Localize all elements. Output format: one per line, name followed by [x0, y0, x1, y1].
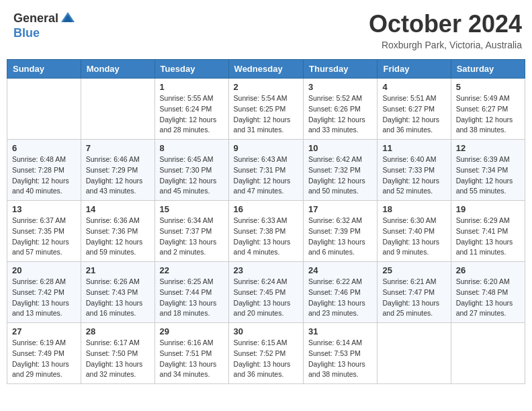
- cell-day-number: 21: [86, 265, 150, 275]
- cell-sunrise: Sunrise: 5:49 AM: [456, 94, 510, 102]
- cell-sunrise: Sunrise: 6:16 AM: [160, 338, 214, 347]
- cell-info: Sunrise: 6:17 AM Sunset: 7:50 PM Dayligh…: [86, 338, 150, 380]
- calendar-cell: 5 Sunrise: 5:49 AM Sunset: 6:27 PM Dayli…: [451, 79, 525, 140]
- calendar-header-row: SundayMondayTuesdayWednesdayThursdayFrid…: [7, 60, 525, 79]
- cell-sunrise: Sunrise: 6:42 AM: [308, 155, 362, 163]
- cell-day-number: 11: [382, 143, 445, 153]
- cell-sunrise: Sunrise: 5:52 AM: [308, 94, 362, 102]
- calendar-cell: 28 Sunrise: 6:17 AM Sunset: 7:50 PM Dayl…: [81, 323, 154, 384]
- cell-sunrise: Sunrise: 6:24 AM: [234, 277, 287, 285]
- cell-sunset: Sunset: 7:34 PM: [456, 166, 508, 174]
- cell-daylight: Daylight: 12 hours and 31 minutes.: [234, 116, 291, 134]
- cell-daylight: Daylight: 12 hours and 52 minutes.: [382, 177, 439, 195]
- cell-sunrise: Sunrise: 6:46 AM: [86, 155, 140, 163]
- cell-day-number: 18: [382, 204, 445, 214]
- cell-sunset: Sunset: 7:45 PM: [234, 288, 286, 296]
- cell-day-number: 10: [308, 143, 372, 153]
- cell-sunrise: Sunrise: 6:17 AM: [86, 338, 140, 347]
- logo-blue-text: Blue: [13, 26, 40, 40]
- cell-sunset: Sunset: 7:40 PM: [382, 227, 435, 235]
- cell-sunrise: Sunrise: 6:43 AM: [234, 155, 287, 163]
- cell-sunrise: Sunrise: 6:19 AM: [12, 338, 66, 347]
- cell-sunset: Sunset: 7:30 PM: [160, 166, 212, 174]
- calendar-cell: [378, 323, 451, 384]
- header: General Blue October 2024 Roxburgh Park,…: [7, 7, 525, 54]
- calendar-day-header: Sunday: [7, 60, 81, 79]
- cell-daylight: Daylight: 12 hours and 57 minutes.: [12, 238, 69, 257]
- logo-general-text: General: [13, 11, 58, 26]
- cell-daylight: Daylight: 13 hours and 16 minutes.: [86, 299, 143, 318]
- cell-day-number: 24: [308, 265, 372, 275]
- cell-info: Sunrise: 6:15 AM Sunset: 7:52 PM Dayligh…: [234, 338, 298, 380]
- cell-info: Sunrise: 5:55 AM Sunset: 6:24 PM Dayligh…: [160, 93, 224, 136]
- calendar-week-row: 1 Sunrise: 5:55 AM Sunset: 6:24 PM Dayli…: [7, 79, 525, 140]
- cell-sunrise: Sunrise: 6:37 AM: [12, 216, 66, 224]
- cell-sunrise: Sunrise: 6:30 AM: [382, 216, 436, 224]
- cell-sunset: Sunset: 7:51 PM: [160, 349, 212, 357]
- cell-info: Sunrise: 6:36 AM Sunset: 7:36 PM Dayligh…: [86, 216, 150, 258]
- cell-sunrise: Sunrise: 6:22 AM: [308, 277, 362, 285]
- cell-day-number: 26: [456, 265, 520, 275]
- calendar-cell: 6 Sunrise: 6:48 AM Sunset: 7:28 PM Dayli…: [7, 140, 81, 201]
- calendar-cell: 14 Sunrise: 6:36 AM Sunset: 7:36 PM Dayl…: [81, 201, 154, 262]
- calendar-cell: 13 Sunrise: 6:37 AM Sunset: 7:35 PM Dayl…: [7, 201, 81, 262]
- cell-daylight: Daylight: 13 hours and 6 minutes.: [308, 238, 365, 257]
- cell-info: Sunrise: 6:48 AM Sunset: 7:28 PM Dayligh…: [12, 154, 76, 197]
- calendar-cell: 8 Sunrise: 6:45 AM Sunset: 7:30 PM Dayli…: [154, 140, 228, 201]
- cell-daylight: Daylight: 13 hours and 9 minutes.: [382, 238, 439, 257]
- cell-sunset: Sunset: 6:27 PM: [456, 105, 508, 113]
- cell-daylight: Daylight: 13 hours and 27 minutes.: [456, 299, 513, 318]
- cell-day-number: 31: [308, 326, 372, 336]
- calendar-cell: 17 Sunrise: 6:32 AM Sunset: 7:39 PM Dayl…: [304, 201, 378, 262]
- calendar-cell: 4 Sunrise: 5:51 AM Sunset: 6:27 PM Dayli…: [378, 79, 451, 140]
- cell-sunset: Sunset: 7:39 PM: [308, 227, 361, 235]
- calendar-cell: 26 Sunrise: 6:20 AM Sunset: 7:48 PM Dayl…: [451, 262, 525, 323]
- cell-sunrise: Sunrise: 5:51 AM: [382, 94, 436, 102]
- cell-daylight: Daylight: 13 hours and 29 minutes.: [12, 360, 69, 379]
- calendar-day-header: Saturday: [451, 60, 525, 79]
- cell-daylight: Daylight: 13 hours and 20 minutes.: [234, 299, 291, 318]
- cell-day-number: 3: [308, 82, 372, 92]
- calendar-day-header: Thursday: [304, 60, 378, 79]
- cell-info: Sunrise: 6:28 AM Sunset: 7:42 PM Dayligh…: [12, 277, 76, 319]
- cell-sunset: Sunset: 7:53 PM: [308, 349, 361, 357]
- cell-daylight: Daylight: 13 hours and 2 minutes.: [160, 238, 217, 257]
- location-title: Roxburgh Park, Victoria, Australia: [369, 40, 522, 50]
- cell-sunset: Sunset: 7:29 PM: [86, 166, 138, 174]
- cell-info: Sunrise: 6:20 AM Sunset: 7:48 PM Dayligh…: [456, 277, 520, 319]
- cell-daylight: Daylight: 12 hours and 47 minutes.: [234, 177, 291, 195]
- calendar-week-row: 27 Sunrise: 6:19 AM Sunset: 7:49 PM Dayl…: [7, 323, 525, 384]
- cell-daylight: Daylight: 13 hours and 34 minutes.: [160, 360, 217, 379]
- cell-daylight: Daylight: 12 hours and 43 minutes.: [86, 177, 143, 195]
- cell-sunrise: Sunrise: 6:45 AM: [160, 155, 214, 163]
- calendar-cell: 1 Sunrise: 5:55 AM Sunset: 6:24 PM Dayli…: [154, 79, 228, 140]
- calendar-cell: 2 Sunrise: 5:54 AM Sunset: 6:25 PM Dayli…: [228, 79, 303, 140]
- calendar-day-header: Tuesday: [154, 60, 228, 79]
- calendar-cell: 29 Sunrise: 6:16 AM Sunset: 7:51 PM Dayl…: [154, 323, 228, 384]
- cell-sunset: Sunset: 7:48 PM: [456, 288, 508, 296]
- cell-info: Sunrise: 6:43 AM Sunset: 7:31 PM Dayligh…: [234, 154, 298, 197]
- cell-info: Sunrise: 6:40 AM Sunset: 7:33 PM Dayligh…: [382, 154, 445, 197]
- cell-day-number: 8: [160, 143, 224, 153]
- cell-daylight: Daylight: 12 hours and 55 minutes.: [456, 177, 513, 195]
- cell-sunrise: Sunrise: 6:48 AM: [12, 155, 66, 163]
- cell-sunrise: Sunrise: 6:39 AM: [456, 155, 510, 163]
- logo-icon: [60, 10, 76, 26]
- calendar-day-header: Monday: [81, 60, 154, 79]
- cell-day-number: 20: [12, 265, 76, 275]
- cell-sunrise: Sunrise: 5:54 AM: [234, 94, 287, 102]
- calendar-cell: 12 Sunrise: 6:39 AM Sunset: 7:34 PM Dayl…: [451, 140, 525, 201]
- cell-info: Sunrise: 6:39 AM Sunset: 7:34 PM Dayligh…: [456, 154, 520, 197]
- cell-info: Sunrise: 5:49 AM Sunset: 6:27 PM Dayligh…: [456, 93, 520, 136]
- cell-day-number: 29: [160, 326, 224, 336]
- cell-info: Sunrise: 6:34 AM Sunset: 7:37 PM Dayligh…: [160, 216, 224, 258]
- cell-sunrise: Sunrise: 6:20 AM: [456, 277, 510, 285]
- calendar-cell: 31 Sunrise: 6:14 AM Sunset: 7:53 PM Dayl…: [304, 323, 378, 384]
- calendar-cell: 9 Sunrise: 6:43 AM Sunset: 7:31 PM Dayli…: [228, 140, 303, 201]
- cell-sunset: Sunset: 6:27 PM: [382, 105, 435, 113]
- cell-info: Sunrise: 6:19 AM Sunset: 7:49 PM Dayligh…: [12, 338, 76, 380]
- cell-day-number: 7: [86, 143, 150, 153]
- cell-daylight: Daylight: 13 hours and 38 minutes.: [308, 360, 365, 379]
- cell-info: Sunrise: 6:29 AM Sunset: 7:41 PM Dayligh…: [456, 216, 520, 258]
- calendar-cell: 3 Sunrise: 5:52 AM Sunset: 6:26 PM Dayli…: [304, 79, 378, 140]
